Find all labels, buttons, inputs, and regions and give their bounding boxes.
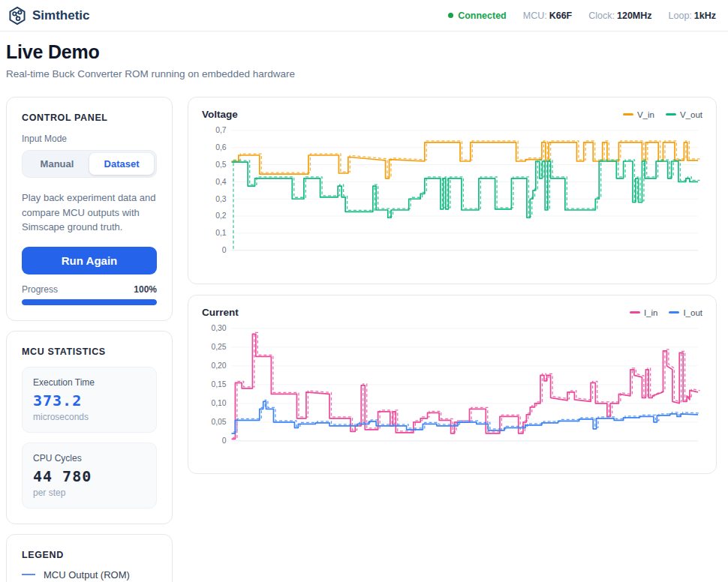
voltage-chart-card: Voltage V_in V_out 00,10,20,30,40,50,60,… [188,97,717,284]
control-panel-card: CONTROL PANEL Input Mode Manual Dataset … [6,97,173,321]
svg-text:0,05: 0,05 [211,418,226,426]
legend-item-label: MCU Output (ROM) [44,569,130,580]
metric-mcu: MCU:K66F [523,10,573,21]
legend-card: LEGEND MCU Output (ROM) Ground Truth (Si… [6,534,173,582]
brand[interactable]: Simthetic [8,6,90,26]
progress-bar-fill [22,299,157,305]
voltage-chart-header: Voltage V_in V_out [202,109,702,120]
page-head: Live Demo Real-time Buck Converter ROM r… [0,32,728,80]
run-again-button[interactable]: Run Again [22,247,157,274]
stat-value: 44 780 [33,467,146,485]
stat-unit: microseconds [33,412,146,422]
svg-text:0,3: 0,3 [215,195,227,203]
stat-value: 373.2 [33,392,146,410]
connection-status: Connected [448,10,507,21]
current-chart-header: Current I_in I_out [202,307,702,318]
progress-label: Progress [22,284,58,295]
v-in-swatch-icon [623,113,633,116]
control-description: Play back experiment data and compare MC… [22,190,157,235]
page-subtitle: Real-time Buck Converter ROM running on … [6,68,717,80]
legend-v-out: V_out [666,110,702,119]
stat-label: CPU Cycles [33,453,146,464]
current-chart-title: Current [202,307,239,318]
svg-text:0,10: 0,10 [211,399,226,407]
metric-loop: Loop:1kHz [669,10,716,21]
legend-i-out: I_out [669,308,702,317]
svg-text:0: 0 [222,246,227,254]
current-chart-legend: I_in I_out [630,308,702,317]
status-dot-icon [448,13,453,18]
input-mode-segmented-control: Manual Dataset [22,150,157,178]
metric-clock: Clock:120MHz [588,10,651,21]
svg-text:0,15: 0,15 [211,380,226,388]
app-header: Simthetic Connected MCU:K66F Clock:120MH… [0,0,728,32]
svg-text:0,4: 0,4 [215,178,227,186]
v-out-swatch-icon [666,113,676,116]
progress-row: Progress 100% [22,284,157,295]
current-chart-card: Current I_in I_out 00,050,100,150,200,25… [188,295,717,474]
mode-dataset-button[interactable]: Dataset [89,153,154,175]
right-column: Voltage V_in V_out 00,10,20,30,40,50,60,… [188,97,717,474]
legend-heading: LEGEND [22,550,157,560]
svg-text:0: 0 [222,436,227,445]
legend-item-mcu-output: MCU Output (ROM) [22,569,157,580]
voltage-chart-plot: 00,10,20,30,40,50,60,7 [202,123,702,268]
svg-text:0,2: 0,2 [215,212,227,220]
input-mode-label: Input Mode [22,134,157,144]
legend-i-in: I_in [630,308,658,317]
mcu-statistics-card: MCU STATISTICS Execution Time 373.2 micr… [6,331,173,524]
progress-value: 100% [134,284,157,295]
status-label: Connected [458,10,507,21]
svg-text:0,1: 0,1 [215,229,227,237]
i-in-swatch-icon [630,311,640,314]
svg-text:0,30: 0,30 [211,324,226,332]
mode-manual-button[interactable]: Manual [25,153,89,175]
solid-line-icon [22,574,35,575]
legend-v-in: V_in [623,110,654,119]
stat-cpu-cycles: CPU Cycles 44 780 per step [22,442,157,508]
simthetic-logo-icon [8,6,27,26]
voltage-chart-title: Voltage [202,109,238,120]
i-out-swatch-icon [669,311,679,314]
header-status-bar: Connected MCU:K66F Clock:120MHz Loop:1kH… [448,10,716,21]
svg-text:0,25: 0,25 [211,343,226,351]
voltage-chart-legend: V_in V_out [623,110,702,119]
main-content: CONTROL PANEL Input Mode Manual Dataset … [0,80,728,582]
svg-text:0,6: 0,6 [215,143,227,152]
page-title: Live Demo [6,41,717,63]
current-chart-plot: 00,050,100,150,200,250,30 [202,321,702,459]
mcu-statistics-heading: MCU STATISTICS [22,346,157,357]
brand-name: Simthetic [32,8,90,23]
control-panel-heading: CONTROL PANEL [22,112,157,123]
stat-label: Execution Time [33,377,146,388]
svg-text:0,7: 0,7 [215,126,227,134]
stat-unit: per step [33,488,146,498]
progress-bar [22,299,157,305]
left-column: CONTROL PANEL Input Mode Manual Dataset … [6,97,173,582]
svg-text:0,20: 0,20 [211,362,226,370]
svg-text:0,5: 0,5 [215,160,227,169]
stat-execution-time: Execution Time 373.2 microseconds [22,367,157,433]
